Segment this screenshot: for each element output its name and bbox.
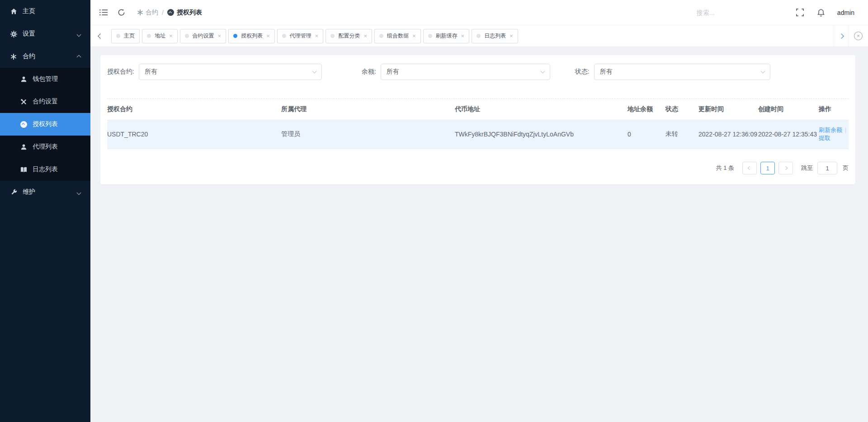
contract-select-value: 所有 — [145, 68, 157, 76]
filter-label-status: 状态: — [575, 68, 590, 76]
filter-label-contract: 授权合约: — [107, 68, 134, 76]
close-icon[interactable]: × — [412, 33, 416, 39]
filter-label-balance: 余额: — [362, 68, 376, 76]
gear-icon — [10, 30, 17, 38]
balance-select[interactable]: 所有 — [381, 64, 550, 80]
sidebar-item-settings[interactable]: 设置 — [0, 23, 90, 45]
sidebar-submenu-contract: 钱包管理 合约设置 授权列表 — [0, 68, 90, 181]
col-header-agent: 所属代理 — [281, 99, 455, 120]
col-header-updated: 更新时间 — [698, 99, 758, 120]
pagination-jump-label: 跳至 — [801, 164, 813, 172]
chevron-down-icon — [760, 69, 765, 74]
tab-contract-settings[interactable]: 合约设置 × — [180, 29, 226, 43]
sidebar-item-home[interactable]: 主页 — [0, 0, 90, 23]
col-header-contract: 授权合约 — [107, 99, 281, 120]
page-title: 授权列表 — [177, 9, 202, 17]
sidebar-item-label: 代理列表 — [33, 143, 58, 151]
chevron-up-icon — [77, 53, 80, 60]
log-book-icon — [20, 166, 27, 173]
auth-table: 授权合约 所属代理 代币地址 地址余额 状态 更新时间 创建时间 操作 USDT — [107, 99, 849, 149]
tab-dot — [379, 34, 383, 38]
sidebar-item-log-list[interactable]: 日志列表 — [0, 158, 90, 181]
table-header-row: 授权合约 所属代理 代币地址 地址余额 状态 更新时间 创建时间 操作 — [107, 99, 849, 120]
close-icon[interactable]: × — [509, 33, 513, 39]
wrench-icon — [10, 188, 17, 196]
tab-auth-list[interactable]: 授权列表 × — [228, 29, 275, 43]
pagination-next-button[interactable] — [778, 162, 793, 174]
pagination-jump-input[interactable] — [817, 162, 837, 174]
action-divider: | — [845, 127, 846, 133]
tools-icon — [20, 98, 27, 105]
tab-agent-manage[interactable]: 代理管理 × — [277, 29, 324, 43]
sidebar-item-auth-list[interactable]: 授权列表 — [0, 113, 90, 136]
tab-home[interactable]: 主页 — [111, 29, 140, 43]
breadcrumb-current: 授权列表 — [167, 9, 202, 17]
withdraw-link[interactable]: 提取 — [819, 134, 830, 142]
tab-dot — [233, 34, 237, 38]
cell-updated: 2022-08-27 12:36:09 — [698, 120, 758, 149]
pagination-prev-button[interactable] — [742, 162, 757, 174]
home-icon — [10, 8, 17, 15]
tab-label: 组合数据 — [387, 32, 409, 40]
search-input[interactable] — [697, 9, 778, 16]
filter-bar: 授权合约: 所有 余额: 所有 状态: 所有 — [107, 55, 849, 80]
close-icon[interactable]: × — [461, 33, 465, 39]
sidebar-item-contract-settings[interactable]: 合约设置 — [0, 90, 90, 113]
sidebar: 主页 设置 合约 — [0, 0, 90, 422]
chevron-down-icon — [540, 69, 545, 74]
close-icon[interactable]: × — [266, 33, 270, 39]
user-menu[interactable]: admin — [837, 9, 854, 16]
breadcrumb-section-label: 合约 — [146, 9, 158, 17]
refresh-balance-link[interactable]: 刷新余额 — [819, 126, 842, 134]
refresh-icon[interactable] — [118, 9, 125, 16]
app-root: 主页 设置 合约 — [0, 0, 868, 422]
sidebar-item-contract[interactable]: 合约 — [0, 45, 90, 68]
tab-dot — [282, 34, 286, 38]
sidebar-item-maintenance[interactable]: 维护 — [0, 181, 90, 203]
sidebar-toggle-list-icon[interactable] — [97, 9, 110, 16]
contract-icon — [137, 9, 143, 15]
close-icon[interactable]: × — [315, 33, 319, 39]
breadcrumb: 合约 / 授权列表 — [137, 9, 202, 17]
tab-label: 刷新缓存 — [436, 32, 458, 40]
contract-select[interactable]: 所有 — [139, 64, 322, 80]
cell-contract: USDT_TRC20 — [107, 120, 281, 149]
sidebar-item-label: 授权列表 — [33, 120, 58, 128]
tab-config-category[interactable]: 配置分类 × — [326, 29, 372, 43]
bell-icon[interactable] — [817, 9, 825, 17]
pagination-total: 共 1 条 — [716, 164, 734, 172]
col-header-balance: 地址余额 — [627, 99, 665, 120]
pagination-page-1-button[interactable]: 1 — [760, 162, 775, 174]
close-all-tabs-icon[interactable]: × — [848, 25, 868, 47]
tab-address[interactable]: 地址 × — [142, 29, 178, 43]
close-icon[interactable]: × — [169, 33, 173, 39]
tab-refresh-cache[interactable]: 刷新缓存 × — [423, 29, 470, 43]
sidebar-item-label: 日志列表 — [33, 165, 58, 173]
cell-created: 2022-08-27 12:35:43 — [758, 120, 819, 149]
auth-circle-icon — [167, 9, 174, 16]
close-icon[interactable]: × — [363, 33, 367, 39]
tabs-scroll-left-icon[interactable] — [93, 25, 108, 47]
sidebar-item-label: 合约设置 — [33, 98, 58, 106]
sidebar-item-wallet-manage[interactable]: 钱包管理 — [0, 68, 90, 90]
status-select[interactable]: 所有 — [594, 64, 770, 80]
tabs-scroll-right-icon[interactable] — [834, 25, 848, 47]
tabs-strip: 主页 地址 × 合约设置 × 授权列表 × — [111, 29, 834, 43]
col-header-actions: 操作 — [819, 99, 849, 120]
tab-dot — [428, 34, 432, 38]
fullscreen-icon[interactable] — [796, 9, 804, 16]
close-icon[interactable]: × — [218, 33, 222, 39]
wallet-user-icon — [20, 75, 27, 83]
tab-combo-data[interactable]: 组合数据 × — [374, 29, 421, 43]
col-header-created: 创建时间 — [758, 99, 819, 120]
tab-label: 配置分类 — [338, 32, 360, 40]
sidebar-item-agent-list[interactable]: 代理列表 — [0, 136, 90, 158]
breadcrumb-section[interactable]: 合约 — [137, 9, 158, 17]
col-header-status: 状态 — [665, 99, 698, 120]
tab-dot — [476, 34, 481, 38]
cell-balance: 0 — [627, 120, 665, 149]
sidebar-item-label: 设置 — [23, 30, 35, 38]
tab-log-list[interactable]: 日志列表 × — [472, 29, 518, 43]
topbar: 合约 / 授权列表 admin — [90, 0, 868, 25]
sidebar-item-label: 合约 — [23, 52, 35, 61]
